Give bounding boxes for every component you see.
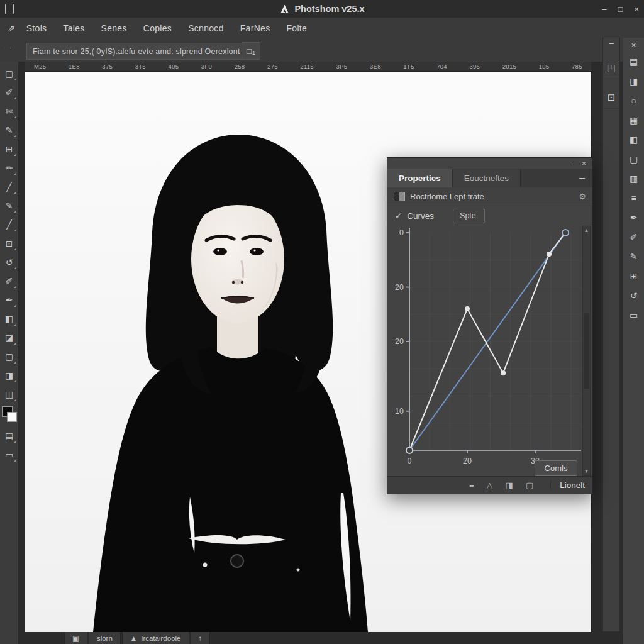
ruler-tick: 2115	[300, 63, 314, 70]
layers-panel-icon[interactable]: ◧	[625, 130, 643, 149]
secondary-panel-strip: – ◳ ⊡	[602, 38, 620, 632]
comments-panel-icon[interactable]: ▭	[625, 305, 643, 325]
ruler-tick: 704	[436, 63, 447, 70]
svg-text:10: 10	[395, 407, 404, 416]
collapse-icon[interactable]: –	[5, 42, 10, 52]
paths-panel-icon[interactable]: ⊞	[625, 266, 643, 286]
dock-close-icon[interactable]: ×	[631, 38, 636, 52]
scroll-down-icon[interactable]: ▼	[584, 469, 589, 474]
confirm-button[interactable]: Comls	[535, 460, 577, 476]
brushes-panel-icon[interactable]: ✎	[625, 247, 643, 266]
panel-dock: × ▤ ◨ ○ ▦ ◧ ▢	[623, 38, 644, 644]
adjustments-panel-icon[interactable]: ◨	[625, 71, 643, 91]
check-icon[interactable]: ✓	[395, 211, 402, 221]
adjustment-layer-row[interactable]: Roctrlome Lept trate ⚙	[387, 187, 592, 206]
tool-options-field[interactable]: Fiam te snor 25,( 0yIS).alefu evte amd: …	[26, 43, 248, 60]
dashed-select-tool[interactable]: ▢	[1, 347, 18, 366]
mask-tool[interactable]: ◫	[1, 385, 18, 404]
menu-item[interactable]: Tales	[63, 23, 84, 33]
scroll-up-icon[interactable]: ▲	[584, 228, 589, 233]
glyphs-panel-icon[interactable]: ✒	[625, 208, 643, 227]
lasso-tool[interactable]: ✐	[1, 83, 18, 102]
panel-scrollbar[interactable]: ▲ ▼	[582, 226, 591, 476]
scrollbar-thumb[interactable]	[584, 313, 589, 389]
pen-tool[interactable]: ╱	[1, 177, 18, 196]
tabs-collapse-icon[interactable]: –	[579, 172, 585, 184]
clone-stamp-tool[interactable]: ⊡	[1, 234, 18, 253]
duplicate-layer-tool[interactable]: ◧	[1, 309, 18, 328]
adjustment-layer-label: Roctrlome Lept trate	[410, 192, 484, 201]
slice-tool[interactable]: ▭	[1, 445, 18, 464]
window-title-group: Photshom v25.x	[0, 4, 644, 14]
document-info[interactable]: ▲ Ircatairdoole	[122, 632, 189, 644]
artboard-tool[interactable]: ◨	[1, 366, 18, 385]
close-button[interactable]: ×	[634, 4, 639, 14]
tab-properties[interactable]: Properties	[387, 169, 452, 187]
window-controls: – □ ×	[602, 0, 639, 18]
document-info-icon: ▲	[130, 635, 137, 642]
horizontal-ruler: M251E83753T54053F025827521153P53E81T5704…	[25, 62, 591, 72]
minimize-button[interactable]: –	[602, 4, 606, 14]
maximize-button[interactable]: □	[618, 4, 623, 14]
search-icon[interactable]: ○	[625, 91, 643, 110]
zoom-cursor-icon: ⇗	[8, 23, 15, 33]
zoom-level[interactable]: slorn	[89, 632, 121, 644]
split-button[interactable]: Spte.	[453, 209, 485, 223]
curves-label: Curves	[407, 211, 434, 221]
gradient-tool[interactable]: ◪	[1, 328, 18, 347]
marquee-tool[interactable]: ▢	[1, 64, 18, 83]
menu-item[interactable]: Scnnocd	[188, 23, 224, 33]
collapse-panels-icon[interactable]: ◳	[604, 57, 619, 79]
footer-icon-list: ≡△◨▢	[469, 480, 533, 490]
pen-nib-tool[interactable]: ✒	[1, 291, 18, 309]
mixer-brush-tool[interactable]: ✎	[1, 196, 18, 215]
background-color-swatch[interactable]	[7, 412, 17, 422]
clip-warning-icon[interactable]: △	[487, 480, 493, 490]
swatches-panel-icon[interactable]: ✐	[625, 227, 643, 247]
status-expand-button[interactable]: ↑	[191, 632, 211, 644]
save-status-button[interactable]: ▣	[64, 632, 87, 644]
curves-chart[interactable]: 020201002030	[389, 224, 589, 477]
shapes-panel-icon[interactable]: ▢	[625, 149, 643, 169]
app-title: Photshom v25.x	[294, 4, 364, 14]
menu-bar: ⇗ StolsTalesSenesCoplesScnnocdFarNesFolt…	[0, 18, 644, 40]
up-arrow-icon: ↑	[199, 635, 203, 642]
layer-stack-icon[interactable]: ≡	[469, 480, 474, 490]
curves-row: ✓ Curves Spte.	[387, 206, 592, 225]
ruler-tick: M25	[34, 63, 46, 70]
workspace-switcher-button[interactable]: □ 1	[242, 42, 260, 60]
brush-tool[interactable]: ✏	[1, 158, 18, 177]
character-panel-icon[interactable]: ≡	[625, 188, 643, 208]
tool-bar: ▢ ✐ ✄ ✎ ⊞ ✏ ╱	[0, 62, 19, 644]
properties-panel-icon[interactable]: ▤	[625, 52, 643, 71]
gear-icon[interactable]: ⚙	[579, 192, 586, 201]
crop-tool[interactable]: ✄	[1, 102, 18, 121]
ruler-tick: 3T5	[135, 63, 146, 70]
frame-icon[interactable]: ▢	[526, 480, 533, 490]
transform-grid-tool[interactable]: ⊞	[1, 140, 18, 158]
strip-icon-list: ◳ ⊡	[604, 50, 619, 109]
panel-minimize-button[interactable]: –	[569, 159, 573, 168]
panel-close-button[interactable]: ×	[582, 159, 586, 168]
menu-item[interactable]: FarNes	[240, 23, 270, 33]
line-tool[interactable]: ╱	[1, 215, 18, 234]
panel-header: – ×	[387, 158, 592, 169]
menu-item[interactable]: Stols	[26, 23, 47, 33]
history-panel-icon[interactable]: ↺	[625, 286, 643, 305]
menu-item[interactable]: Folte	[286, 23, 307, 33]
libraries-panel-icon[interactable]: ▦	[625, 110, 643, 130]
export-panel-icon[interactable]: ⊡	[604, 87, 619, 109]
rotate-view-tool[interactable]: ↺	[1, 253, 18, 272]
half-mask-icon[interactable]: ◨	[506, 480, 513, 490]
menu-item[interactable]: Senes	[101, 23, 127, 33]
color-swatches[interactable]	[1, 406, 18, 425]
strip-collapse-icon[interactable]: –	[609, 38, 613, 50]
notes-tool[interactable]: ▤	[1, 426, 18, 445]
smudge-brush-tool[interactable]: ✐	[1, 272, 18, 291]
tab-adjustments[interactable]: Eouctneftes	[452, 169, 521, 187]
healing-brush-tool[interactable]: ✎	[1, 121, 18, 140]
svg-text:0: 0	[399, 228, 404, 237]
paragraph-panel-icon[interactable]: ▥	[625, 169, 643, 188]
tool-list-extra: ▤ ▭	[1, 426, 18, 464]
menu-item[interactable]: Coples	[143, 23, 172, 33]
